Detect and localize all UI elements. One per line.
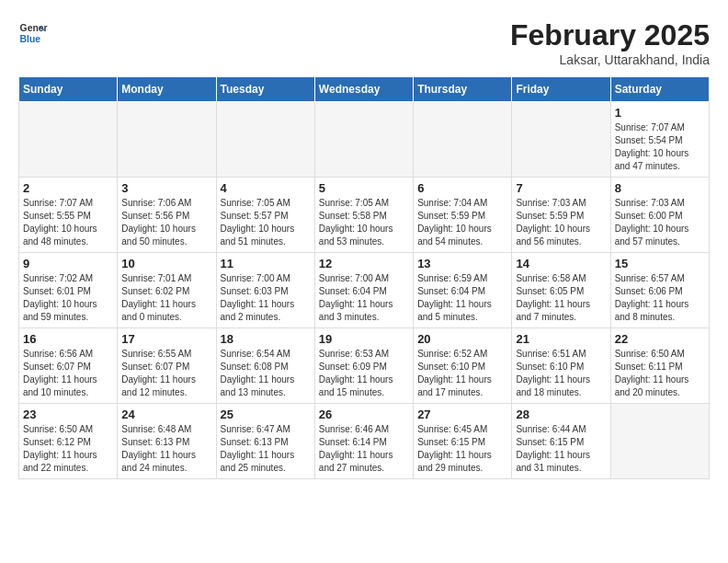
week-row-5: 23Sunrise: 6:50 AM Sunset: 6:12 PM Dayli…	[19, 404, 710, 479]
calendar-cell-w1-d3	[314, 102, 413, 178]
calendar-cell-w2-d6: 8Sunrise: 7:03 AM Sunset: 6:00 PM Daylig…	[610, 178, 709, 253]
calendar-cell-w4-d5: 21Sunrise: 6:51 AM Sunset: 6:10 PM Dayli…	[512, 328, 610, 404]
calendar-cell-w1-d4	[414, 102, 512, 178]
day-info: Sunrise: 7:03 AM Sunset: 6:00 PM Dayligh…	[615, 197, 705, 248]
calendar-cell-w3-d3: 12Sunrise: 7:00 AM Sunset: 6:04 PM Dayli…	[314, 253, 413, 328]
calendar-cell-w1-d0	[19, 102, 118, 178]
day-info: Sunrise: 6:53 AM Sunset: 6:09 PM Dayligh…	[319, 348, 409, 399]
day-number: 11	[221, 257, 311, 270]
calendar-cell-w5-d4: 27Sunrise: 6:45 AM Sunset: 6:15 PM Dayli…	[414, 404, 512, 479]
calendar-cell-w5-d2: 25Sunrise: 6:47 AM Sunset: 6:13 PM Dayli…	[216, 404, 314, 479]
day-info: Sunrise: 7:04 AM Sunset: 5:59 PM Dayligh…	[417, 197, 507, 248]
day-number: 26	[319, 408, 409, 421]
day-info: Sunrise: 6:50 AM Sunset: 6:11 PM Dayligh…	[615, 348, 705, 399]
calendar-cell-w2-d3: 5Sunrise: 7:05 AM Sunset: 5:58 PM Daylig…	[314, 178, 413, 253]
calendar-cell-w2-d4: 6Sunrise: 7:04 AM Sunset: 5:59 PM Daylig…	[414, 178, 512, 253]
day-info: Sunrise: 6:50 AM Sunset: 6:12 PM Dayligh…	[23, 423, 113, 475]
day-info: Sunrise: 6:54 AM Sunset: 6:08 PM Dayligh…	[221, 348, 311, 399]
day-number: 9	[23, 257, 113, 270]
day-info: Sunrise: 7:07 AM Sunset: 5:55 PM Dayligh…	[23, 197, 113, 248]
day-info: Sunrise: 6:56 AM Sunset: 6:07 PM Dayligh…	[23, 348, 113, 399]
day-info: Sunrise: 6:55 AM Sunset: 6:07 PM Dayligh…	[121, 348, 211, 399]
day-number: 20	[417, 332, 507, 346]
day-info: Sunrise: 6:47 AM Sunset: 6:13 PM Dayligh…	[221, 423, 311, 475]
calendar-cell-w2-d0: 2Sunrise: 7:07 AM Sunset: 5:55 PM Daylig…	[19, 178, 118, 253]
day-info: Sunrise: 7:01 AM Sunset: 6:02 PM Dayligh…	[121, 272, 211, 324]
week-row-3: 9Sunrise: 7:02 AM Sunset: 6:01 PM Daylig…	[19, 253, 710, 328]
calendar-cell-w4-d4: 20Sunrise: 6:52 AM Sunset: 6:10 PM Dayli…	[414, 328, 512, 404]
calendar-cell-w1-d5	[512, 102, 610, 178]
day-info: Sunrise: 6:57 AM Sunset: 6:06 PM Dayligh…	[615, 272, 705, 324]
day-number: 10	[121, 257, 211, 270]
calendar-cell-w4-d3: 19Sunrise: 6:53 AM Sunset: 6:09 PM Dayli…	[314, 328, 413, 404]
day-number: 6	[417, 181, 507, 195]
weekday-sunday: Sunday	[19, 77, 118, 102]
day-number: 8	[615, 181, 705, 195]
day-number: 4	[221, 181, 311, 195]
calendar-cell-w4-d2: 18Sunrise: 6:54 AM Sunset: 6:08 PM Dayli…	[216, 328, 314, 404]
day-number: 19	[319, 332, 409, 346]
day-number: 15	[615, 257, 705, 270]
calendar-cell-w3-d0: 9Sunrise: 7:02 AM Sunset: 6:01 PM Daylig…	[19, 253, 118, 328]
calendar-cell-w2-d1: 3Sunrise: 7:06 AM Sunset: 5:56 PM Daylig…	[118, 178, 216, 253]
calendar-cell-w1-d2	[216, 102, 314, 178]
week-row-4: 16Sunrise: 6:56 AM Sunset: 6:07 PM Dayli…	[19, 328, 710, 404]
day-info: Sunrise: 6:52 AM Sunset: 6:10 PM Dayligh…	[417, 348, 507, 399]
day-info: Sunrise: 6:48 AM Sunset: 6:13 PM Dayligh…	[121, 423, 211, 475]
calendar-cell-w1-d6: 1Sunrise: 7:07 AM Sunset: 5:54 PM Daylig…	[610, 102, 709, 178]
page-header: General Blue February 2025 Laksar, Uttar…	[18, 18, 710, 67]
day-number: 2	[23, 181, 113, 195]
day-number: 23	[23, 408, 113, 421]
weekday-thursday: Thursday	[414, 77, 512, 102]
day-info: Sunrise: 6:58 AM Sunset: 6:05 PM Dayligh…	[516, 272, 606, 324]
month-year: February 2025	[510, 18, 710, 52]
day-info: Sunrise: 7:02 AM Sunset: 6:01 PM Dayligh…	[23, 272, 113, 324]
day-number: 14	[516, 257, 606, 270]
day-number: 16	[23, 332, 113, 346]
title-block: February 2025 Laksar, Uttarakhand, India	[510, 18, 710, 67]
calendar-cell-w3-d4: 13Sunrise: 6:59 AM Sunset: 6:04 PM Dayli…	[414, 253, 512, 328]
svg-text:General: General	[20, 23, 48, 33]
day-number: 27	[417, 408, 507, 421]
calendar-cell-w3-d2: 11Sunrise: 7:00 AM Sunset: 6:03 PM Dayli…	[216, 253, 314, 328]
calendar-cell-w3-d6: 15Sunrise: 6:57 AM Sunset: 6:06 PM Dayli…	[610, 253, 709, 328]
weekday-monday: Monday	[118, 77, 216, 102]
calendar-cell-w4-d6: 22Sunrise: 6:50 AM Sunset: 6:11 PM Dayli…	[610, 328, 709, 404]
day-number: 5	[319, 181, 409, 195]
day-info: Sunrise: 7:03 AM Sunset: 5:59 PM Dayligh…	[516, 197, 606, 248]
logo: General Blue	[18, 18, 48, 48]
calendar-cell-w5-d6	[610, 404, 709, 479]
calendar-cell-w2-d5: 7Sunrise: 7:03 AM Sunset: 5:59 PM Daylig…	[512, 178, 610, 253]
calendar-cell-w4-d1: 17Sunrise: 6:55 AM Sunset: 6:07 PM Dayli…	[118, 328, 216, 404]
logo-icon: General Blue	[18, 18, 48, 48]
calendar-cell-w1-d1	[118, 102, 216, 178]
calendar-cell-w5-d1: 24Sunrise: 6:48 AM Sunset: 6:13 PM Dayli…	[118, 404, 216, 479]
day-number: 7	[516, 181, 606, 195]
day-number: 22	[615, 332, 705, 346]
calendar-table: SundayMondayTuesdayWednesdayThursdayFrid…	[18, 76, 710, 479]
day-number: 25	[221, 408, 311, 421]
week-row-2: 2Sunrise: 7:07 AM Sunset: 5:55 PM Daylig…	[19, 178, 710, 253]
day-info: Sunrise: 7:06 AM Sunset: 5:56 PM Dayligh…	[121, 197, 211, 248]
weekday-saturday: Saturday	[610, 77, 709, 102]
day-number: 1	[615, 106, 705, 120]
svg-text:Blue: Blue	[20, 34, 41, 44]
day-info: Sunrise: 6:59 AM Sunset: 6:04 PM Dayligh…	[417, 272, 507, 324]
calendar-cell-w3-d5: 14Sunrise: 6:58 AM Sunset: 6:05 PM Dayli…	[512, 253, 610, 328]
calendar-cell-w2-d2: 4Sunrise: 7:05 AM Sunset: 5:57 PM Daylig…	[216, 178, 314, 253]
day-number: 24	[121, 408, 211, 421]
calendar-cell-w5-d5: 28Sunrise: 6:44 AM Sunset: 6:15 PM Dayli…	[512, 404, 610, 479]
day-info: Sunrise: 7:00 AM Sunset: 6:04 PM Dayligh…	[319, 272, 409, 324]
day-number: 18	[221, 332, 311, 346]
location: Laksar, Uttarakhand, India	[510, 52, 710, 67]
day-info: Sunrise: 6:44 AM Sunset: 6:15 PM Dayligh…	[516, 423, 606, 475]
calendar-cell-w5-d3: 26Sunrise: 6:46 AM Sunset: 6:14 PM Dayli…	[314, 404, 413, 479]
day-info: Sunrise: 7:00 AM Sunset: 6:03 PM Dayligh…	[221, 272, 311, 324]
day-info: Sunrise: 6:46 AM Sunset: 6:14 PM Dayligh…	[319, 423, 409, 475]
day-info: Sunrise: 6:45 AM Sunset: 6:15 PM Dayligh…	[417, 423, 507, 475]
day-number: 12	[319, 257, 409, 270]
day-number: 17	[121, 332, 211, 346]
day-number: 21	[516, 332, 606, 346]
day-info: Sunrise: 7:05 AM Sunset: 5:57 PM Dayligh…	[221, 197, 311, 248]
day-info: Sunrise: 6:51 AM Sunset: 6:10 PM Dayligh…	[516, 348, 606, 399]
